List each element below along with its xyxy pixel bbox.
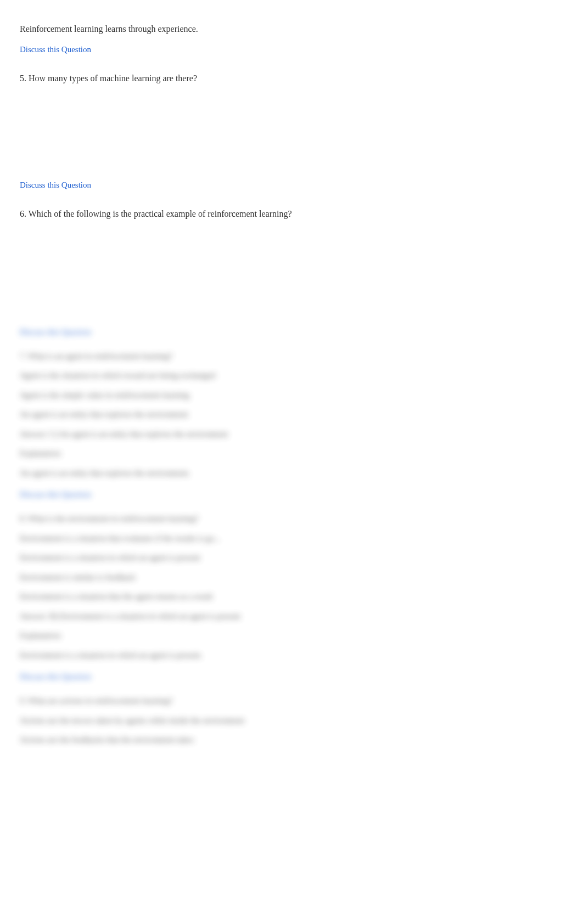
q8-explanation: Environment is a situation in which an a… — [20, 649, 563, 663]
discuss-link-q4[interactable]: Discuss this Question — [20, 43, 563, 56]
q9-block: 9. What are actions in reinforcement lea… — [20, 694, 563, 747]
intro-statement: Reinforcement learning learns through ex… — [20, 22, 563, 36]
q9-option-1: Actions are the moves taken by agents wh… — [20, 714, 563, 728]
q8-explanation-label: Explanation: — [20, 629, 563, 643]
blurred-content: Discuss this Question 7. What is an agen… — [20, 325, 563, 747]
q7-option-1: Agent is the situation in which reward a… — [20, 369, 563, 383]
q7-option-3: An agent is an entity that explores the … — [20, 408, 563, 422]
q7-explanation: An agent is an entity that explores the … — [20, 466, 563, 481]
q8-title: 8. What is the environment in reinforcem… — [20, 512, 563, 526]
q9-option-2: Actions are the feedbacks that the envir… — [20, 733, 563, 747]
q9-title: 9. What are actions in reinforcement lea… — [20, 694, 563, 708]
q8-option-3: Environment is similar to feedback — [20, 571, 563, 585]
q7-explanation-label: Explanation: — [20, 447, 563, 461]
q6-title: 6. Which of the following is the practic… — [20, 207, 563, 221]
q7-option-2: Agent is the simple value in reinforceme… — [20, 388, 563, 403]
q8-block: 8. What is the environment in reinforcem… — [20, 512, 563, 683]
discuss-link-q6: Discuss this Question — [20, 325, 563, 339]
q8-option-2: Environment is a situation in which an a… — [20, 551, 563, 565]
q8-option-1: Environment is a situation that evaluate… — [20, 532, 563, 546]
discuss-link-q5[interactable]: Discuss this Question — [20, 178, 563, 191]
discuss-link-q8: Discuss this Question — [20, 670, 563, 683]
q7-block: 7. What is an agent in reinforcement lea… — [20, 350, 563, 502]
q5-title: 5. How many types of machine learning ar… — [20, 71, 563, 86]
q7-title: 7. What is an agent in reinforcement lea… — [20, 350, 563, 364]
q8-option-4: Environment is a situation that the agen… — [20, 590, 563, 604]
discuss-link-q7: Discuss this Question — [20, 488, 563, 501]
q8-answer: Answer: B) Environment is a situation in… — [20, 610, 563, 624]
q7-answer: Answer: C) An agent is an entity that ex… — [20, 427, 563, 442]
